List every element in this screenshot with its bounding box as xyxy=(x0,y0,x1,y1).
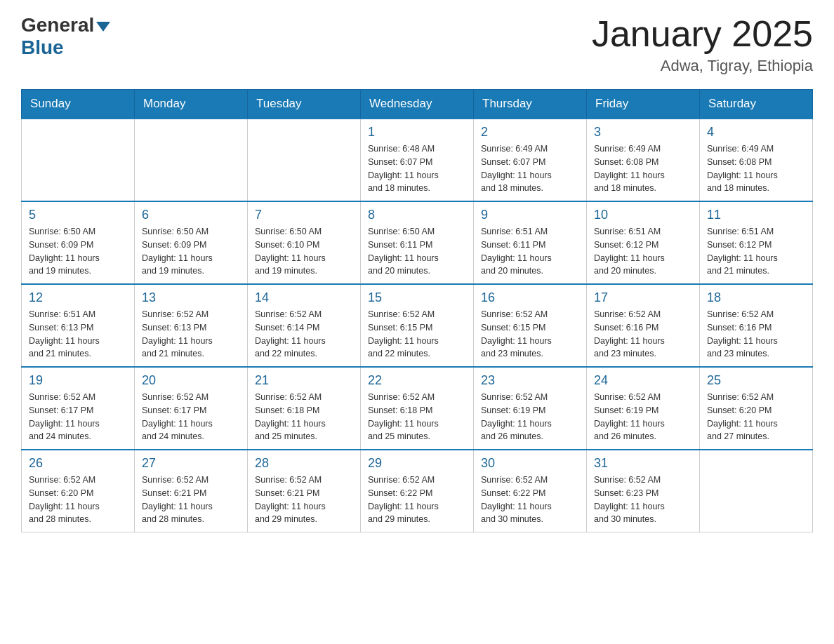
calendar-cell: 12Sunrise: 6:51 AMSunset: 6:13 PMDayligh… xyxy=(22,284,135,367)
day-info: Sunrise: 6:51 AMSunset: 6:12 PMDaylight:… xyxy=(594,225,692,278)
day-info: Sunrise: 6:52 AMSunset: 6:20 PMDaylight:… xyxy=(707,391,805,443)
day-info: Sunrise: 6:52 AMSunset: 6:17 PMDaylight:… xyxy=(29,391,127,443)
day-number: 17 xyxy=(594,290,692,305)
calendar-table: SundayMondayTuesdayWednesdayThursdayFrid… xyxy=(21,89,813,532)
day-info: Sunrise: 6:50 AMSunset: 6:09 PMDaylight:… xyxy=(142,225,240,278)
day-info: Sunrise: 6:52 AMSunset: 6:15 PMDaylight:… xyxy=(481,308,579,361)
day-info: Sunrise: 6:50 AMSunset: 6:09 PMDaylight:… xyxy=(29,225,127,278)
day-info: Sunrise: 6:50 AMSunset: 6:10 PMDaylight:… xyxy=(255,225,353,278)
day-number: 7 xyxy=(255,208,353,222)
day-header-friday: Friday xyxy=(587,90,700,119)
day-info: Sunrise: 6:52 AMSunset: 6:22 PMDaylight:… xyxy=(368,474,466,526)
calendar-cell: 3Sunrise: 6:49 AMSunset: 6:08 PMDaylight… xyxy=(587,119,700,201)
day-info: Sunrise: 6:52 AMSunset: 6:18 PMDaylight:… xyxy=(368,391,466,443)
calendar-cell: 22Sunrise: 6:52 AMSunset: 6:18 PMDayligh… xyxy=(361,367,474,450)
calendar-cell: 21Sunrise: 6:52 AMSunset: 6:18 PMDayligh… xyxy=(248,367,361,450)
calendar-cell: 2Sunrise: 6:49 AMSunset: 6:07 PMDaylight… xyxy=(474,119,587,201)
title-section: January 2025 Adwa, Tigray, Ethiopia xyxy=(592,14,813,75)
week-row-4: 19Sunrise: 6:52 AMSunset: 6:17 PMDayligh… xyxy=(22,367,813,450)
calendar-cell: 9Sunrise: 6:51 AMSunset: 6:11 PMDaylight… xyxy=(474,201,587,284)
calendar-cell: 20Sunrise: 6:52 AMSunset: 6:17 PMDayligh… xyxy=(135,367,248,450)
page-header: General Blue January 2025 Adwa, Tigray, … xyxy=(21,14,813,75)
day-number: 15 xyxy=(368,290,466,305)
day-header-sunday: Sunday xyxy=(22,90,135,119)
day-number: 30 xyxy=(481,456,579,471)
day-info: Sunrise: 6:49 AMSunset: 6:07 PMDaylight:… xyxy=(481,142,579,195)
day-number: 11 xyxy=(707,208,805,222)
day-info: Sunrise: 6:49 AMSunset: 6:08 PMDaylight:… xyxy=(594,142,692,195)
day-info: Sunrise: 6:52 AMSunset: 6:22 PMDaylight:… xyxy=(481,474,579,526)
calendar-cell: 10Sunrise: 6:51 AMSunset: 6:12 PMDayligh… xyxy=(587,201,700,284)
calendar-cell: 13Sunrise: 6:52 AMSunset: 6:13 PMDayligh… xyxy=(135,284,248,367)
day-header-saturday: Saturday xyxy=(700,90,813,119)
day-info: Sunrise: 6:52 AMSunset: 6:15 PMDaylight:… xyxy=(368,308,466,361)
day-number: 16 xyxy=(481,290,579,305)
day-info: Sunrise: 6:52 AMSunset: 6:19 PMDaylight:… xyxy=(594,391,692,443)
day-number: 5 xyxy=(29,208,127,222)
week-row-1: 1Sunrise: 6:48 AMSunset: 6:07 PMDaylight… xyxy=(22,119,813,201)
day-info: Sunrise: 6:52 AMSunset: 6:20 PMDaylight:… xyxy=(29,474,127,526)
day-header-wednesday: Wednesday xyxy=(361,90,474,119)
day-info: Sunrise: 6:52 AMSunset: 6:19 PMDaylight:… xyxy=(481,391,579,443)
calendar-cell: 31Sunrise: 6:52 AMSunset: 6:23 PMDayligh… xyxy=(587,450,700,532)
day-number: 21 xyxy=(255,373,353,388)
calendar-cell xyxy=(22,119,135,201)
day-info: Sunrise: 6:52 AMSunset: 6:16 PMDaylight:… xyxy=(594,308,692,361)
calendar-cell: 27Sunrise: 6:52 AMSunset: 6:21 PMDayligh… xyxy=(135,450,248,532)
calendar-cell: 8Sunrise: 6:50 AMSunset: 6:11 PMDaylight… xyxy=(361,201,474,284)
day-number: 27 xyxy=(142,456,240,471)
day-number: 2 xyxy=(481,125,579,140)
calendar-cell: 25Sunrise: 6:52 AMSunset: 6:20 PMDayligh… xyxy=(700,367,813,450)
day-number: 14 xyxy=(255,290,353,305)
week-row-5: 26Sunrise: 6:52 AMSunset: 6:20 PMDayligh… xyxy=(22,450,813,532)
calendar-cell: 6Sunrise: 6:50 AMSunset: 6:09 PMDaylight… xyxy=(135,201,248,284)
day-info: Sunrise: 6:51 AMSunset: 6:12 PMDaylight:… xyxy=(707,225,805,278)
day-number: 28 xyxy=(255,456,353,471)
calendar-cell: 7Sunrise: 6:50 AMSunset: 6:10 PMDaylight… xyxy=(248,201,361,284)
day-info: Sunrise: 6:52 AMSunset: 6:21 PMDaylight:… xyxy=(255,474,353,526)
day-info: Sunrise: 6:52 AMSunset: 6:14 PMDaylight:… xyxy=(255,308,353,361)
calendar-cell: 19Sunrise: 6:52 AMSunset: 6:17 PMDayligh… xyxy=(22,367,135,450)
day-number: 22 xyxy=(368,373,466,388)
calendar-cell: 24Sunrise: 6:52 AMSunset: 6:19 PMDayligh… xyxy=(587,367,700,450)
week-row-2: 5Sunrise: 6:50 AMSunset: 6:09 PMDaylight… xyxy=(22,201,813,284)
day-number: 6 xyxy=(142,208,240,222)
calendar-cell: 1Sunrise: 6:48 AMSunset: 6:07 PMDaylight… xyxy=(361,119,474,201)
day-number: 4 xyxy=(707,125,805,140)
day-info: Sunrise: 6:52 AMSunset: 6:16 PMDaylight:… xyxy=(707,308,805,361)
day-info: Sunrise: 6:52 AMSunset: 6:23 PMDaylight:… xyxy=(594,474,692,526)
calendar-cell: 17Sunrise: 6:52 AMSunset: 6:16 PMDayligh… xyxy=(587,284,700,367)
calendar-cell: 14Sunrise: 6:52 AMSunset: 6:14 PMDayligh… xyxy=(248,284,361,367)
day-info: Sunrise: 6:52 AMSunset: 6:18 PMDaylight:… xyxy=(255,391,353,443)
day-info: Sunrise: 6:52 AMSunset: 6:17 PMDaylight:… xyxy=(142,391,240,443)
day-number: 26 xyxy=(29,456,127,471)
calendar-cell: 28Sunrise: 6:52 AMSunset: 6:21 PMDayligh… xyxy=(248,450,361,532)
day-info: Sunrise: 6:51 AMSunset: 6:13 PMDaylight:… xyxy=(29,308,127,361)
calendar-cell: 16Sunrise: 6:52 AMSunset: 6:15 PMDayligh… xyxy=(474,284,587,367)
calendar-cell: 4Sunrise: 6:49 AMSunset: 6:08 PMDaylight… xyxy=(700,119,813,201)
day-number: 18 xyxy=(707,290,805,305)
calendar-cell xyxy=(135,119,248,201)
day-header-monday: Monday xyxy=(135,90,248,119)
logo: General Blue xyxy=(21,14,110,59)
header-row: SundayMondayTuesdayWednesdayThursdayFrid… xyxy=(22,90,813,119)
day-header-tuesday: Tuesday xyxy=(248,90,361,119)
calendar-cell xyxy=(700,450,813,532)
location-title: Adwa, Tigray, Ethiopia xyxy=(592,57,813,75)
calendar-cell: 11Sunrise: 6:51 AMSunset: 6:12 PMDayligh… xyxy=(700,201,813,284)
week-row-3: 12Sunrise: 6:51 AMSunset: 6:13 PMDayligh… xyxy=(22,284,813,367)
day-number: 9 xyxy=(481,208,579,222)
day-number: 24 xyxy=(594,373,692,388)
logo-general: General xyxy=(21,14,110,36)
calendar-cell: 15Sunrise: 6:52 AMSunset: 6:15 PMDayligh… xyxy=(361,284,474,367)
calendar-cell: 18Sunrise: 6:52 AMSunset: 6:16 PMDayligh… xyxy=(700,284,813,367)
day-number: 31 xyxy=(594,456,692,471)
calendar-cell: 29Sunrise: 6:52 AMSunset: 6:22 PMDayligh… xyxy=(361,450,474,532)
day-number: 29 xyxy=(368,456,466,471)
calendar-cell: 5Sunrise: 6:50 AMSunset: 6:09 PMDaylight… xyxy=(22,201,135,284)
month-title: January 2025 xyxy=(592,14,813,54)
day-header-thursday: Thursday xyxy=(474,90,587,119)
logo-arrow-icon xyxy=(96,22,110,32)
day-number: 23 xyxy=(481,373,579,388)
day-number: 10 xyxy=(594,208,692,222)
